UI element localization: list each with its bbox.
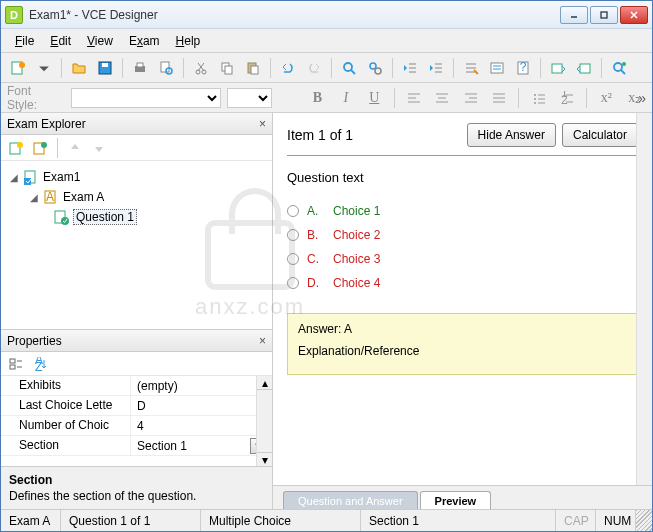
question-icon[interactable]: ?	[512, 57, 534, 79]
menu-help[interactable]: Help	[170, 32, 207, 50]
font-size-select[interactable]	[227, 88, 272, 108]
alphabetical-icon[interactable]: AZ	[31, 355, 49, 373]
separator	[183, 58, 184, 78]
property-row[interactable]: Number of Choic4	[1, 416, 272, 436]
number-list-icon[interactable]: 12	[556, 87, 578, 109]
copy-icon[interactable]	[216, 57, 238, 79]
print-preview-icon[interactable]	[155, 57, 177, 79]
cut-icon[interactable]	[190, 57, 212, 79]
indent-icon[interactable]	[425, 57, 447, 79]
minimize-button[interactable]	[560, 6, 588, 24]
menu-edit[interactable]: Edit	[44, 32, 77, 50]
choice-row[interactable]: A.Choice 1	[287, 199, 638, 223]
export-icon[interactable]	[573, 57, 595, 79]
move-down-icon[interactable]	[90, 139, 108, 157]
tree-question[interactable]: Question 1	[5, 207, 268, 227]
import-icon[interactable]	[547, 57, 569, 79]
question-text: Question text	[287, 170, 638, 185]
radio-icon[interactable]	[287, 277, 299, 289]
radio-icon[interactable]	[287, 229, 299, 241]
property-row[interactable]: Exhibits(empty)	[1, 376, 272, 396]
svg-rect-31	[491, 63, 503, 73]
bullet-list-icon[interactable]	[527, 87, 549, 109]
radio-icon[interactable]	[287, 205, 299, 217]
outdent-icon[interactable]	[399, 57, 421, 79]
add-question-icon[interactable]	[31, 139, 49, 157]
property-name: Number of Choic	[1, 416, 131, 435]
preview-scrollbar[interactable]	[636, 113, 652, 485]
italic-button[interactable]: I	[335, 87, 357, 109]
tree-section[interactable]: ◢ A Exam A	[5, 187, 268, 207]
status-section2: Section 1	[361, 510, 556, 531]
calculator-button[interactable]: Calculator	[562, 123, 638, 147]
form-icon[interactable]	[486, 57, 508, 79]
font-family-select[interactable]	[71, 88, 221, 108]
maximize-button[interactable]	[590, 6, 618, 24]
menu-file[interactable]: File	[9, 32, 40, 50]
property-value[interactable]: (empty)	[131, 376, 272, 395]
choice-text: Choice 4	[333, 276, 380, 290]
move-up-icon[interactable]	[66, 139, 84, 157]
tree-collapse-icon[interactable]: ◢	[29, 192, 39, 203]
svg-rect-1	[601, 12, 607, 18]
align-center-icon[interactable]	[431, 87, 453, 109]
save-icon[interactable]	[94, 57, 116, 79]
tree-question-label: Question 1	[73, 209, 137, 225]
svg-rect-37	[580, 64, 590, 73]
choice-row[interactable]: B.Choice 2	[287, 223, 638, 247]
undo-icon[interactable]	[277, 57, 299, 79]
explanation-line: Explanation/Reference	[298, 344, 627, 358]
radio-icon[interactable]	[287, 253, 299, 265]
status-type: Multiple Choice	[201, 510, 361, 531]
align-justify-icon[interactable]	[488, 87, 510, 109]
print-icon[interactable]	[129, 57, 151, 79]
item-counter: Item 1 of 1	[287, 127, 353, 143]
new-exam-icon[interactable]	[7, 57, 29, 79]
align-right-icon[interactable]	[459, 87, 481, 109]
menu-view[interactable]: View	[81, 32, 119, 50]
paste-icon[interactable]	[242, 57, 264, 79]
tree-section-label: Exam A	[63, 190, 104, 204]
close-button[interactable]	[620, 6, 648, 24]
underline-button[interactable]: U	[363, 87, 385, 109]
choice-letter: D.	[307, 276, 325, 290]
find-icon[interactable]	[338, 57, 360, 79]
svg-text:?: ?	[520, 60, 527, 74]
tab-preview[interactable]: Preview	[420, 491, 492, 509]
menu-exam[interactable]: Exam	[123, 32, 166, 50]
svg-rect-73	[10, 359, 15, 363]
property-row[interactable]: SectionSection 1▼	[1, 436, 272, 456]
choice-row[interactable]: D.Choice 4	[287, 271, 638, 295]
explorer-close-icon[interactable]: ×	[259, 117, 266, 131]
properties-scrollbar[interactable]: ▴ ▾	[256, 376, 272, 466]
new-dropdown-icon[interactable]	[33, 57, 55, 79]
choice-letter: C.	[307, 252, 325, 266]
add-exam-icon[interactable]	[7, 139, 25, 157]
tree-root[interactable]: ◢ Exam1	[5, 167, 268, 187]
choice-row[interactable]: C.Choice 3	[287, 247, 638, 271]
property-value[interactable]: D	[131, 396, 272, 415]
bold-button[interactable]: B	[306, 87, 328, 109]
properties-close-icon[interactable]: ×	[259, 334, 266, 348]
preview-icon[interactable]	[608, 57, 630, 79]
property-name: Exhibits	[1, 376, 131, 395]
tree-root-label: Exam1	[43, 170, 80, 184]
superscript-icon[interactable]: x²	[595, 87, 617, 109]
svg-point-53	[534, 94, 536, 96]
replace-icon[interactable]	[364, 57, 386, 79]
redo-icon[interactable]	[303, 57, 325, 79]
hide-answer-button[interactable]: Hide Answer	[467, 123, 556, 147]
tree-collapse-icon[interactable]: ◢	[9, 172, 19, 183]
property-value[interactable]: 4	[131, 416, 272, 435]
list-edit-icon[interactable]	[460, 57, 482, 79]
toolbar-overflow-icon[interactable]: »	[638, 90, 646, 106]
statusbar: Exam A Question 1 of 1 Multiple Choice S…	[1, 509, 652, 531]
open-icon[interactable]	[68, 57, 90, 79]
categorized-icon[interactable]	[7, 355, 25, 373]
resize-grip[interactable]	[636, 510, 652, 531]
property-value[interactable]: Section 1▼	[131, 436, 272, 455]
property-row[interactable]: Last Choice LetteD	[1, 396, 272, 416]
tab-question-answer[interactable]: Question and Answer	[283, 491, 418, 509]
separator	[122, 58, 123, 78]
align-left-icon[interactable]	[402, 87, 424, 109]
